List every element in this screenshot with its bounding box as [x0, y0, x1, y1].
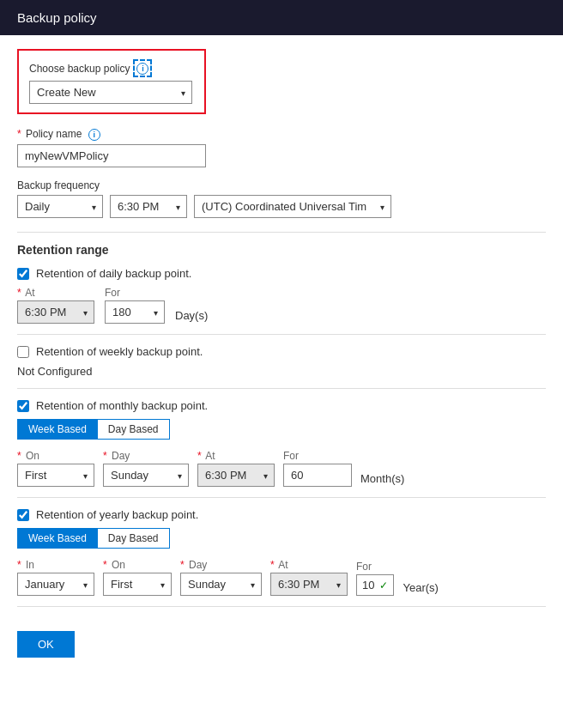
daily-retention-checkbox[interactable]: [17, 268, 29, 280]
yearly-on-label: On: [112, 559, 125, 571]
yearly-in-group: * In JanuaryFebruaryMarch AprilMayJune J…: [17, 559, 94, 596]
monthly-at-group: * At 6:30 PM ▾: [197, 450, 275, 487]
choose-policy-section: Choose backup policy i Create New Existi…: [17, 49, 206, 114]
monthly-day-select-wrapper: Sunday Monday Tuesday Wednesday Thursday…: [103, 464, 189, 487]
monthly-tab-group: Week Based Day Based: [17, 419, 546, 440]
yearly-tab-group: Week Based Day Based: [17, 528, 546, 549]
yearly-day-group: * Day SundayMondayTuesday WednesdayThurs…: [180, 559, 262, 596]
policy-name-info-icon: i: [88, 129, 100, 141]
monthly-week-based-tab[interactable]: Week Based: [17, 419, 97, 440]
choose-policy-dropdown[interactable]: Create New Existing Policy: [29, 81, 192, 104]
yearly-at-label: At: [278, 559, 288, 571]
yearly-day-label: Day: [189, 559, 207, 571]
yearly-on-select[interactable]: First Second Third Fourth Last: [103, 573, 172, 596]
yearly-for-value: 10: [362, 579, 374, 592]
weekly-checkbox-row: Retention of weekly backup point.: [17, 345, 546, 358]
monthly-day-label: Day: [112, 450, 130, 462]
weekly-not-configured: Not Configured: [17, 365, 546, 378]
monthly-retention-label: Retention of monthly backup point.: [36, 399, 208, 412]
weekly-retention-label: Retention of weekly backup point.: [36, 345, 203, 358]
monthly-at-label: At: [205, 450, 215, 462]
daily-at-label: At: [25, 287, 34, 299]
yearly-for-group: For 10 ✓: [356, 561, 394, 596]
monthly-day-group: * Day Sunday Monday Tuesday Wednesday Th…: [103, 450, 189, 487]
divider-daily-weekly: [17, 334, 546, 335]
yearly-in-label: In: [26, 559, 34, 571]
monthly-retention-checkbox[interactable]: [17, 400, 29, 412]
frequency-time-wrapper: 6:30 PM 7:00 PM ▾: [110, 195, 187, 218]
monthly-unit-label: Month(s): [360, 472, 404, 485]
monthly-checkbox-row: Retention of monthly backup point.: [17, 399, 546, 412]
daily-for-group: For 180 ▾: [105, 287, 165, 324]
frequency-select[interactable]: Daily Weekly: [17, 195, 103, 218]
yearly-checkbox-row: Retention of yearly backup point.: [17, 508, 546, 521]
monthly-at-select-wrapper: 6:30 PM ▾: [197, 464, 275, 487]
yearly-day-based-tab[interactable]: Day Based: [97, 528, 170, 549]
daily-retention-section: Retention of daily backup point. * At 6:…: [17, 267, 546, 324]
backup-frequency-group: Backup frequency Daily Weekly ▾ 6:30 PM …: [17, 179, 546, 218]
yearly-at-select[interactable]: 6:30 PM: [270, 573, 348, 596]
policy-name-group: * Policy name i: [17, 128, 546, 167]
monthly-fields: * On First Second Third Fourth Last ▾: [17, 450, 546, 487]
retention-range-title: Retention range: [17, 243, 546, 260]
yearly-week-based-tab[interactable]: Week Based: [17, 528, 97, 549]
frequency-select-wrapper: Daily Weekly ▾: [17, 195, 103, 218]
choose-policy-info-icon: i: [136, 63, 148, 75]
monthly-on-label: On: [26, 450, 39, 462]
monthly-day-select[interactable]: Sunday Monday Tuesday Wednesday Thursday…: [103, 464, 189, 487]
yearly-for-check-icon: ✓: [379, 579, 388, 592]
daily-retention-fields: * At 6:30 PM ▾ For 180 ▾: [17, 287, 546, 324]
yearly-for-label: For: [356, 561, 394, 573]
divider-after-yearly: [17, 606, 546, 607]
monthly-on-select-wrapper: First Second Third Fourth Last ▾: [17, 464, 94, 487]
yearly-retention-section: Retention of yearly backup point. Week B…: [17, 508, 546, 596]
yearly-at-select-wrapper: 6:30 PM ▾: [270, 573, 348, 596]
yearly-fields: * In JanuaryFebruaryMarch AprilMayJune J…: [17, 559, 546, 596]
daily-retention-label: Retention of daily backup point.: [36, 267, 191, 280]
daily-at-select[interactable]: 6:30 PM: [17, 300, 94, 324]
daily-unit-label: Day(s): [175, 309, 208, 322]
frequency-timezone-wrapper: (UTC) Coordinated Universal Time (UTC-05…: [194, 195, 391, 218]
daily-at-group: * At 6:30 PM ▾: [17, 287, 94, 324]
daily-for-select[interactable]: 180: [105, 300, 165, 324]
monthly-retention-section: Retention of monthly backup point. Week …: [17, 399, 546, 487]
monthly-on-group: * On First Second Third Fourth Last ▾: [17, 450, 94, 487]
divider-weekly-monthly: [17, 388, 546, 389]
daily-for-label: For: [105, 287, 165, 299]
monthly-for-label: For: [283, 450, 352, 462]
yearly-at-group: * At 6:30 PM ▾: [270, 559, 348, 596]
frequency-timezone-select[interactable]: (UTC) Coordinated Universal Time (UTC-05…: [194, 195, 391, 218]
monthly-for-input[interactable]: [283, 464, 352, 487]
yearly-on-group: * On First Second Third Fourth Last ▾: [103, 559, 172, 596]
frequency-row: Daily Weekly ▾ 6:30 PM 7:00 PM ▾ (UTC) C…: [17, 195, 546, 218]
divider-monthly-yearly: [17, 497, 546, 498]
policy-name-required-star: *: [17, 128, 21, 140]
monthly-on-select[interactable]: First Second Third Fourth Last: [17, 464, 94, 487]
monthly-day-based-tab[interactable]: Day Based: [97, 419, 170, 440]
yearly-in-select[interactable]: JanuaryFebruaryMarch AprilMayJune JulyAu…: [17, 573, 94, 596]
monthly-at-select[interactable]: 6:30 PM: [197, 464, 275, 487]
policy-name-label: Policy name: [26, 128, 82, 140]
ok-button[interactable]: OK: [17, 631, 75, 658]
page-title: Backup policy: [17, 10, 97, 25]
frequency-time-select[interactable]: 6:30 PM 7:00 PM: [110, 195, 187, 218]
backup-frequency-label: Backup frequency: [17, 179, 546, 191]
weekly-retention-section: Retention of weekly backup point. Not Co…: [17, 345, 546, 378]
daily-at-select-wrapper: 6:30 PM ▾: [17, 300, 94, 324]
weekly-retention-checkbox[interactable]: [17, 346, 29, 358]
yearly-on-select-wrapper: First Second Third Fourth Last ▾: [103, 573, 172, 596]
divider-after-frequency: [17, 232, 546, 233]
yearly-day-select[interactable]: SundayMondayTuesday WednesdayThursdayFri…: [180, 573, 262, 596]
yearly-retention-label: Retention of yearly backup point.: [36, 508, 198, 521]
daily-for-select-wrapper: 180 ▾: [105, 300, 165, 324]
policy-name-input[interactable]: [17, 144, 206, 167]
header: Backup policy: [0, 0, 563, 35]
yearly-day-select-wrapper: SundayMondayTuesday WednesdayThursdayFri…: [180, 573, 262, 596]
yearly-retention-checkbox[interactable]: [17, 509, 29, 521]
choose-policy-label: Choose backup policy: [29, 63, 130, 75]
monthly-for-group: For: [283, 450, 352, 487]
yearly-in-select-wrapper: JanuaryFebruaryMarch AprilMayJune JulyAu…: [17, 573, 94, 596]
yearly-unit-label: Year(s): [403, 581, 438, 594]
daily-checkbox-row: Retention of daily backup point.: [17, 267, 546, 280]
